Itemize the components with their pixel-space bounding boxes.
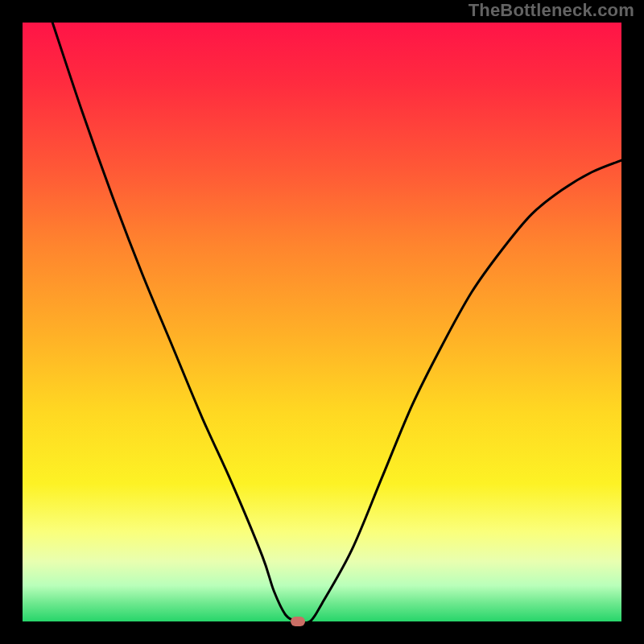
bottleneck-curve [23,23,621,621]
plot-area [23,23,621,621]
chart-frame: TheBottleneck.com [0,0,644,644]
optimum-marker [291,617,305,626]
watermark-text: TheBottleneck.com [469,0,634,21]
